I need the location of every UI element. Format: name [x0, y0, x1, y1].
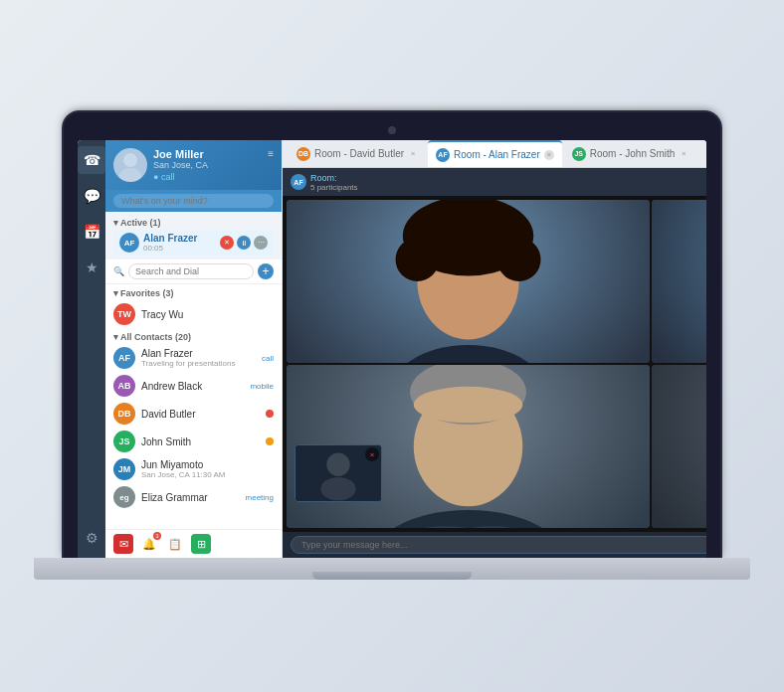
add-contact-button[interactable]: + [258, 263, 274, 279]
status-input[interactable] [113, 194, 274, 208]
laptop: ☎ 💬 📅 ★ ⚙ [34, 112, 750, 580]
all-contacts-title: ▾ All Contacts (20) [105, 330, 282, 344]
contact-jun-miyamoto[interactable]: JM Jun Miyamoto San Jose, CA 11:30 AM [105, 455, 282, 483]
status-bar [105, 190, 282, 212]
user-status: ● call [153, 172, 262, 182]
svg-point-7 [497, 238, 541, 281]
tab-david-butler[interactable]: DB Room - David Butler × [289, 140, 426, 167]
sidebar-item-calendar[interactable]: 📅 [78, 218, 105, 246]
active-call-info: Alan Frazer 00:05 [143, 233, 197, 253]
svg-point-0 [123, 153, 137, 167]
contact-john-smith[interactable]: JS John Smith [105, 428, 282, 455]
user-location: San Jose, CA [153, 160, 262, 170]
sidebar-item-phone[interactable]: ☎ [78, 146, 105, 174]
user-info: Joe Miller San Jose, CA ● call [153, 148, 262, 182]
favorites-section: ▾ Favorites (3) TW Tracy Wu [105, 284, 282, 330]
user-header: Joe Miller San Jose, CA ● call ≡ [105, 140, 282, 190]
video-cell-4 [652, 365, 706, 528]
room-avatar: AF [291, 174, 306, 190]
search-icon: 🔍 [113, 266, 124, 276]
video-cell-1 [287, 200, 650, 363]
tab-close-button[interactable]: × [679, 149, 688, 159]
sidebar-item-chat[interactable]: 💬 [78, 182, 105, 210]
hold-call-button[interactable]: ⏸ [237, 236, 251, 250]
video-cell-2 [652, 200, 706, 363]
person-bg-1 [287, 200, 650, 363]
person-bg-4 [652, 365, 706, 528]
notification-badge: 3 [153, 532, 161, 540]
tab-avatar: AF [436, 148, 450, 162]
mini-preview: × [294, 444, 382, 502]
tab-avatar: JS [572, 147, 586, 161]
contact-eliza-grammar[interactable]: eg Eliza Grammar meeting [105, 483, 282, 511]
call-actions: ✕ ⏸ ⋯ [220, 236, 268, 250]
notification-icon-button[interactable]: 🔔 3 [139, 534, 159, 554]
laptop-camera [388, 126, 396, 134]
sidebar-item-star[interactable]: ★ [78, 254, 105, 281]
svg-rect-9 [652, 200, 706, 363]
laptop-base [34, 558, 750, 580]
tab-john-smith[interactable]: JS Room - John Smith × [564, 140, 697, 167]
all-contacts-section: ▾ All Contacts (20) AF Alan Frazer Trave… [105, 330, 282, 511]
bottom-bar: ✉ 🔔 3 📋 ⊞ [105, 529, 282, 558]
room-info-mini: AF Room: 5 participants [291, 173, 358, 192]
video-bottom-bar [283, 532, 706, 558]
contact-andrew-black[interactable]: AB Andrew Black mobile [105, 372, 282, 400]
tabs-bar: DB Room - David Butler × AF Room - Alan … [283, 140, 706, 168]
svg-point-32 [320, 477, 355, 500]
end-call-button[interactable]: ✕ [220, 236, 234, 250]
status-badge [266, 437, 274, 445]
main-area: DB Room - David Butler × AF Room - Alan … [283, 140, 706, 558]
user-name: Joe Miller [153, 148, 262, 160]
search-bar: 🔍 + [105, 260, 282, 284]
contact-panel: Joe Miller San Jose, CA ● call ≡ ▾ [105, 140, 283, 558]
active-section: ▾ Active (1) AF Alan Frazer 00:05 ✕ ⏸ [105, 212, 282, 260]
grid-icon-button[interactable]: ⊞ [191, 534, 211, 554]
tab-close-button[interactable]: × [408, 149, 418, 159]
tab-alan-frazer[interactable]: AF Room - Alan Frazer × [428, 140, 562, 167]
icon-sidebar: ☎ 💬 📅 ★ ⚙ [78, 140, 105, 558]
tab-avatar: DB [296, 147, 310, 161]
laptop-screen: ☎ 💬 📅 ★ ⚙ [78, 140, 706, 558]
user-menu-icon[interactable]: ≡ [268, 148, 274, 159]
mini-close-button[interactable]: × [365, 447, 379, 461]
favorites-title: ▾ Favorites (3) [105, 286, 282, 300]
clipboard-icon-button[interactable]: 📋 [165, 534, 185, 554]
tab-andrew-black[interactable]: Andrew Black [698, 140, 706, 167]
contact-avatar: TW [113, 303, 135, 325]
contact-alan-frazer[interactable]: AF Alan Frazer Traveling for presentatio… [105, 344, 282, 372]
active-call-avatar: AF [119, 233, 139, 253]
laptop-screen-outer: ☎ 💬 📅 ★ ⚙ [64, 112, 720, 558]
svg-point-31 [326, 452, 349, 475]
svg-point-6 [396, 238, 440, 281]
mail-icon-button[interactable]: ✉ [113, 534, 133, 554]
active-section-title: ▾ Active (1) [113, 216, 274, 230]
more-call-button[interactable]: ⋯ [254, 236, 268, 250]
person-bg-2 [652, 200, 706, 363]
app-container: ☎ 💬 📅 ★ ⚙ [78, 140, 706, 558]
contact-avatar: JS [113, 431, 135, 452]
contact-tracy-wu[interactable]: TW Tracy Wu [105, 300, 282, 328]
svg-point-1 [119, 168, 141, 182]
contact-avatar: eg [113, 486, 135, 508]
contact-avatar: AF [113, 347, 135, 369]
tab-close-button[interactable]: × [544, 150, 554, 160]
contact-avatar: DB [113, 403, 135, 425]
contact-avatar: JM [113, 458, 135, 480]
svg-point-19 [414, 387, 523, 424]
svg-rect-21 [652, 365, 706, 528]
contact-avatar: AB [113, 375, 135, 397]
status-badge [266, 410, 274, 418]
search-input[interactable] [128, 263, 254, 279]
message-input[interactable] [291, 536, 706, 554]
sidebar-item-settings[interactable]: ⚙ [78, 524, 105, 552]
contact-david-butler[interactable]: DB David Butler [105, 400, 282, 428]
active-call-item: AF Alan Frazer 00:05 ✕ ⏸ ⋯ [113, 230, 274, 256]
user-avatar [113, 148, 147, 182]
contact-name: Tracy Wu [141, 309, 183, 320]
video-toolbar: AF Room: 5 participants 00:05 ✕ ⏸ 🎤 ⋯ J [283, 168, 706, 196]
